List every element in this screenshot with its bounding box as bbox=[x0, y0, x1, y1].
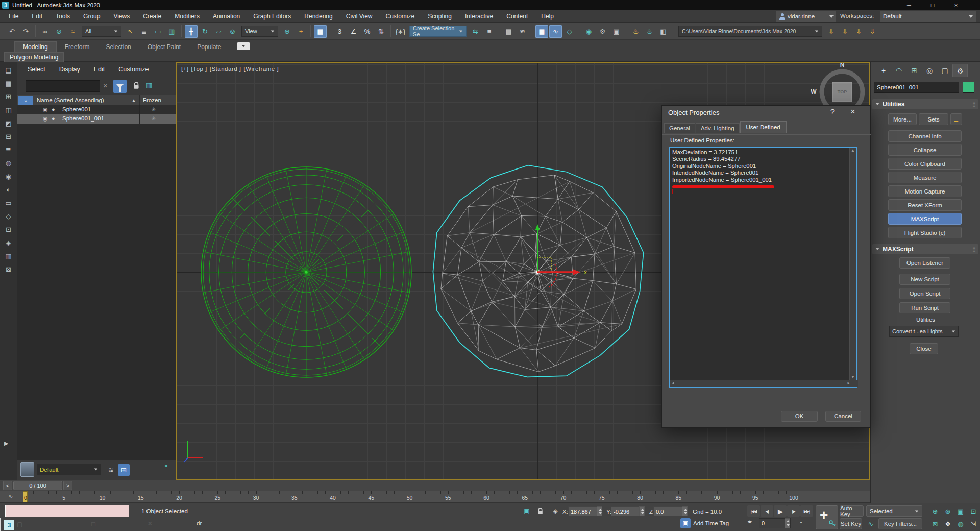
horizontal-scrollbar[interactable]: ◂ ▸ bbox=[670, 380, 858, 387]
more-button[interactable]: More... bbox=[888, 113, 917, 125]
ribbon-tab[interactable]: Populate bbox=[189, 42, 229, 52]
viewport-label-part[interactable]: [Top ] bbox=[191, 66, 207, 72]
keyboard-shortcut-override-icon[interactable]: ▦ bbox=[314, 25, 327, 38]
object-name-field[interactable] bbox=[874, 82, 959, 93]
visibility-eye-icon[interactable]: ◉ bbox=[43, 115, 48, 122]
material-editor-icon[interactable]: ◉ bbox=[582, 25, 595, 38]
utilities-config-icon[interactable]: ≣ bbox=[950, 113, 962, 125]
time-slider[interactable]: 0 / 100 bbox=[13, 481, 62, 490]
select-and-scale-icon[interactable]: ▱ bbox=[212, 25, 225, 38]
modify-tab[interactable]: ◠ bbox=[891, 64, 906, 77]
frame-spinner[interactable] bbox=[785, 518, 790, 528]
frozen-toggle-icon[interactable]: ✳ bbox=[151, 115, 156, 122]
set-keys-button[interactable]: + bbox=[816, 505, 838, 529]
viewport-label-part[interactable]: [Wireframe ] bbox=[244, 66, 279, 72]
maxscript-button[interactable]: New Script bbox=[899, 274, 950, 285]
explorer-config-icon[interactable]: ▥ bbox=[146, 81, 152, 89]
dialog-title-bar[interactable]: Object Properties ? × bbox=[662, 106, 870, 120]
maxscript-utility-dropdown[interactable]: Convert t...ea Lights bbox=[889, 326, 959, 337]
workspace-import-icon-1[interactable]: ⇩ bbox=[825, 25, 838, 38]
named-selection-sets-dropdown[interactable]: Create Selection Se bbox=[409, 26, 467, 37]
unlink-selection-icon[interactable]: ⊘ bbox=[53, 25, 65, 38]
create-layer-button[interactable] bbox=[20, 462, 34, 477]
dialog-tab[interactable]: User Defined bbox=[740, 121, 787, 133]
align-icon[interactable]: ≡ bbox=[483, 25, 496, 38]
display-groups-icon[interactable]: ◉ bbox=[3, 171, 14, 182]
display-helpers-icon[interactable]: ≣ bbox=[3, 144, 14, 155]
schematic-view-icon[interactable]: ◇ bbox=[563, 25, 576, 38]
maxscript-rollout-header[interactable]: MAXScript ⣿ bbox=[872, 244, 978, 254]
menu-item[interactable]: File bbox=[2, 10, 25, 22]
dialog-tab[interactable]: General bbox=[664, 123, 695, 133]
menu-item[interactable]: Create bbox=[136, 10, 168, 22]
render-production-icon[interactable]: ♨ bbox=[629, 25, 642, 38]
dialog-close-icon[interactable]: × bbox=[846, 107, 860, 118]
menu-item[interactable]: Scripting bbox=[421, 10, 458, 22]
sort-by-type-icon[interactable]: ▦ bbox=[3, 78, 14, 89]
display-cameras-icon[interactable]: ⊟ bbox=[3, 131, 14, 142]
angle-snap-icon[interactable]: ∠ bbox=[347, 25, 360, 38]
ribbon-tab[interactable]: Freeform bbox=[57, 42, 98, 52]
time-configuration-icon[interactable]: ◔ bbox=[798, 519, 802, 527]
viewport-label-part[interactable]: [Standard ] bbox=[210, 66, 241, 72]
x-spinner[interactable] bbox=[597, 506, 602, 516]
curve-editor-icon[interactable]: ∿ bbox=[549, 25, 562, 38]
go-to-end-button[interactable]: ▶▶| bbox=[800, 505, 813, 517]
toggle-scene-explorer-icon[interactable]: ▤ bbox=[502, 25, 515, 38]
display-geometry-icon[interactable]: ⊞ bbox=[3, 91, 14, 102]
ab-compare-icon[interactable]: ◧ bbox=[657, 25, 670, 38]
close-icon[interactable]: × bbox=[148, 519, 152, 528]
menu-item[interactable]: Views bbox=[107, 10, 136, 22]
sync-selection-icon[interactable]: ⊠ bbox=[3, 263, 14, 275]
select-and-move-icon[interactable]: ╋ bbox=[185, 25, 198, 38]
utility-button[interactable]: Flight Studio (c) bbox=[888, 227, 962, 238]
close-utility-button[interactable]: Close bbox=[910, 343, 938, 354]
lock-icon[interactable] bbox=[133, 82, 140, 92]
render-toggle-icon[interactable]: ● bbox=[52, 115, 55, 122]
create-tab[interactable]: + bbox=[876, 64, 891, 77]
mini-curve-editor-icon[interactable]: ≣∿ bbox=[4, 493, 12, 500]
vertical-scrollbar[interactable]: ▲ ▼ bbox=[849, 148, 856, 380]
layer-hierarchy-icon[interactable]: ⊞ bbox=[118, 464, 130, 476]
utility-button[interactable]: Color Clipboard bbox=[888, 158, 962, 170]
maxscript-button[interactable]: Open Script bbox=[899, 288, 950, 299]
absolute-offset-icon[interactable]: ◈ bbox=[550, 506, 560, 516]
Sphere001[interactable]: ┄ ◉ ● Sphere001 ✳ bbox=[17, 105, 176, 114]
filter-icon[interactable] bbox=[113, 80, 127, 93]
display-shapes-icon[interactable]: ◫ bbox=[3, 104, 14, 115]
display-tab[interactable]: ▢ bbox=[937, 64, 952, 77]
floating-window-titlebar[interactable]: 3 ▢ □ × bbox=[0, 518, 1, 531]
selection-region-icon[interactable]: ▣ bbox=[522, 506, 532, 516]
expand-arrow-icon[interactable]: ▶ bbox=[4, 440, 8, 447]
minimize-button[interactable]: ─ bbox=[897, 0, 921, 10]
explorer-menu-item[interactable]: Select bbox=[28, 66, 45, 73]
project-folder-dropdown[interactable]: C:\Users\Vidar Rinne\Documents\3ds Max 2… bbox=[678, 26, 822, 37]
display-containers-icon[interactable]: ⊡ bbox=[3, 224, 14, 235]
rendered-frame-window-icon[interactable]: ▣ bbox=[610, 25, 623, 38]
render-toggle-icon[interactable]: ● bbox=[52, 106, 55, 112]
next-frame-slider-button[interactable]: > bbox=[63, 481, 72, 490]
scroll-up-icon[interactable]: ▲ bbox=[851, 148, 855, 153]
scroll-down-icon[interactable]: ▼ bbox=[851, 375, 855, 379]
clear-search-icon[interactable]: × bbox=[103, 81, 108, 90]
explorer-menu-item[interactable]: Customize bbox=[118, 66, 149, 73]
display-spacewarps-icon[interactable]: ◍ bbox=[3, 157, 14, 168]
user-defined-properties-field[interactable]: MaxDeviation = 3.721751SceneRadius = 89.… bbox=[669, 147, 857, 388]
dialog-tab[interactable]: Adv. Lighting bbox=[696, 123, 740, 133]
menu-item[interactable]: Graph Editors bbox=[247, 10, 298, 22]
utilities-rollout-header[interactable]: Utilities ⣿ bbox=[872, 99, 978, 109]
z-spinner[interactable] bbox=[682, 506, 688, 516]
menu-item[interactable]: Modifiers bbox=[168, 10, 206, 22]
frozen-column-header[interactable]: Frozen bbox=[143, 97, 161, 103]
menu-item[interactable]: Animation bbox=[206, 10, 247, 22]
render-iterative-icon[interactable]: ♨ bbox=[643, 25, 656, 38]
menu-item[interactable]: Content bbox=[500, 10, 534, 22]
track-bar[interactable]: ≣∿ 0510152025303540455055606570758085909… bbox=[0, 491, 870, 503]
Sphere001_001[interactable]: ┄ ◉ ● Sphere001_001 ✳ bbox=[17, 114, 176, 124]
display-lights-icon[interactable]: ◩ bbox=[3, 117, 14, 129]
add-time-tag[interactable]: Add Time Tag bbox=[693, 520, 729, 526]
sort-alphabetical-icon[interactable]: ▤ bbox=[3, 64, 14, 76]
polygon-modeling-tab[interactable]: Polygon Modeling bbox=[4, 52, 64, 62]
overflow-chevrons[interactable]: » bbox=[164, 462, 168, 469]
menu-item[interactable]: Civil View bbox=[339, 10, 379, 22]
